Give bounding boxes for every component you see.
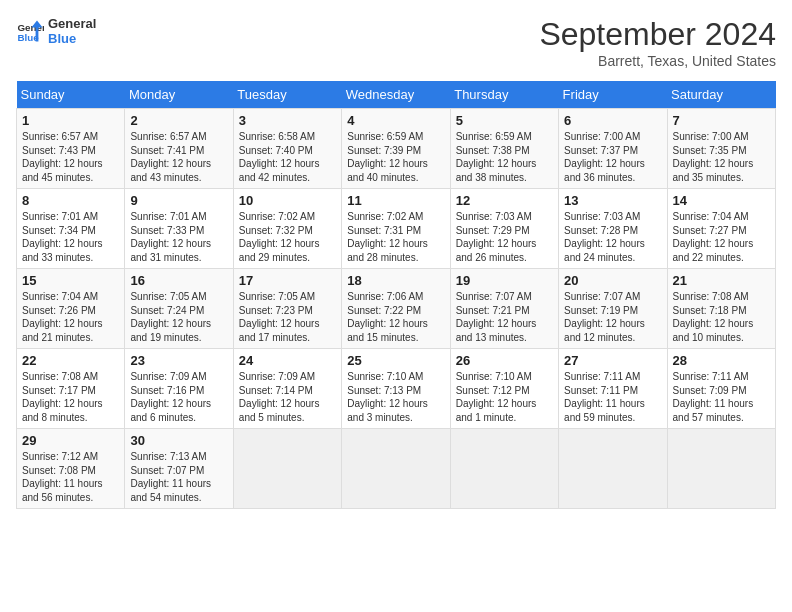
day-info: Sunrise: 7:02 AM Sunset: 7:32 PM Dayligh… [239,210,336,264]
day-info: Sunrise: 7:12 AM Sunset: 7:08 PM Dayligh… [22,450,119,504]
col-thursday: Thursday [450,81,558,109]
calendar-header-row: Sunday Monday Tuesday Wednesday Thursday… [17,81,776,109]
day-info: Sunrise: 7:10 AM Sunset: 7:13 PM Dayligh… [347,370,444,424]
day-number: 16 [130,273,227,288]
calendar-cell: 9 Sunrise: 7:01 AM Sunset: 7:33 PM Dayli… [125,189,233,269]
calendar-week-row: 15 Sunrise: 7:04 AM Sunset: 7:26 PM Dayl… [17,269,776,349]
day-info: Sunrise: 7:06 AM Sunset: 7:22 PM Dayligh… [347,290,444,344]
day-number: 23 [130,353,227,368]
day-info: Sunrise: 7:09 AM Sunset: 7:16 PM Dayligh… [130,370,227,424]
col-sunday: Sunday [17,81,125,109]
calendar-cell [233,429,341,509]
calendar-cell: 27 Sunrise: 7:11 AM Sunset: 7:11 PM Dayl… [559,349,667,429]
calendar-cell: 8 Sunrise: 7:01 AM Sunset: 7:34 PM Dayli… [17,189,125,269]
day-number: 11 [347,193,444,208]
day-number: 14 [673,193,770,208]
day-number: 27 [564,353,661,368]
day-info: Sunrise: 7:13 AM Sunset: 7:07 PM Dayligh… [130,450,227,504]
calendar-week-row: 22 Sunrise: 7:08 AM Sunset: 7:17 PM Dayl… [17,349,776,429]
calendar-cell: 14 Sunrise: 7:04 AM Sunset: 7:27 PM Dayl… [667,189,775,269]
day-info: Sunrise: 7:11 AM Sunset: 7:11 PM Dayligh… [564,370,661,424]
calendar-cell [342,429,450,509]
day-info: Sunrise: 7:07 AM Sunset: 7:21 PM Dayligh… [456,290,553,344]
calendar-cell: 11 Sunrise: 7:02 AM Sunset: 7:31 PM Dayl… [342,189,450,269]
calendar-cell: 23 Sunrise: 7:09 AM Sunset: 7:16 PM Dayl… [125,349,233,429]
calendar-cell: 2 Sunrise: 6:57 AM Sunset: 7:41 PM Dayli… [125,109,233,189]
day-info: Sunrise: 7:02 AM Sunset: 7:31 PM Dayligh… [347,210,444,264]
logo: General Blue General Blue [16,16,96,46]
day-info: Sunrise: 7:01 AM Sunset: 7:33 PM Dayligh… [130,210,227,264]
day-info: Sunrise: 6:57 AM Sunset: 7:43 PM Dayligh… [22,130,119,184]
day-number: 24 [239,353,336,368]
day-number: 28 [673,353,770,368]
calendar-cell: 13 Sunrise: 7:03 AM Sunset: 7:28 PM Dayl… [559,189,667,269]
calendar-cell: 30 Sunrise: 7:13 AM Sunset: 7:07 PM Dayl… [125,429,233,509]
day-info: Sunrise: 7:11 AM Sunset: 7:09 PM Dayligh… [673,370,770,424]
day-info: Sunrise: 7:10 AM Sunset: 7:12 PM Dayligh… [456,370,553,424]
title-area: September 2024 Barrett, Texas, United St… [539,16,776,69]
logo-blue: Blue [48,31,96,46]
calendar-cell: 17 Sunrise: 7:05 AM Sunset: 7:23 PM Dayl… [233,269,341,349]
day-info: Sunrise: 7:01 AM Sunset: 7:34 PM Dayligh… [22,210,119,264]
day-info: Sunrise: 6:59 AM Sunset: 7:38 PM Dayligh… [456,130,553,184]
calendar-cell: 29 Sunrise: 7:12 AM Sunset: 7:08 PM Dayl… [17,429,125,509]
day-number: 6 [564,113,661,128]
col-saturday: Saturday [667,81,775,109]
calendar-cell: 28 Sunrise: 7:11 AM Sunset: 7:09 PM Dayl… [667,349,775,429]
calendar-week-row: 29 Sunrise: 7:12 AM Sunset: 7:08 PM Dayl… [17,429,776,509]
day-number: 12 [456,193,553,208]
location: Barrett, Texas, United States [539,53,776,69]
day-info: Sunrise: 7:04 AM Sunset: 7:26 PM Dayligh… [22,290,119,344]
day-info: Sunrise: 7:05 AM Sunset: 7:24 PM Dayligh… [130,290,227,344]
day-info: Sunrise: 7:09 AM Sunset: 7:14 PM Dayligh… [239,370,336,424]
calendar-cell: 7 Sunrise: 7:00 AM Sunset: 7:35 PM Dayli… [667,109,775,189]
calendar-cell: 21 Sunrise: 7:08 AM Sunset: 7:18 PM Dayl… [667,269,775,349]
logo-general: General [48,16,96,31]
day-number: 1 [22,113,119,128]
calendar-cell: 5 Sunrise: 6:59 AM Sunset: 7:38 PM Dayli… [450,109,558,189]
day-info: Sunrise: 6:57 AM Sunset: 7:41 PM Dayligh… [130,130,227,184]
day-number: 18 [347,273,444,288]
month-title: September 2024 [539,16,776,53]
day-number: 21 [673,273,770,288]
calendar-week-row: 8 Sunrise: 7:01 AM Sunset: 7:34 PM Dayli… [17,189,776,269]
day-info: Sunrise: 6:59 AM Sunset: 7:39 PM Dayligh… [347,130,444,184]
calendar-cell [667,429,775,509]
calendar-cell: 6 Sunrise: 7:00 AM Sunset: 7:37 PM Dayli… [559,109,667,189]
calendar-cell: 1 Sunrise: 6:57 AM Sunset: 7:43 PM Dayli… [17,109,125,189]
col-monday: Monday [125,81,233,109]
col-wednesday: Wednesday [342,81,450,109]
day-number: 8 [22,193,119,208]
day-info: Sunrise: 7:03 AM Sunset: 7:28 PM Dayligh… [564,210,661,264]
day-number: 10 [239,193,336,208]
day-number: 30 [130,433,227,448]
calendar-cell: 25 Sunrise: 7:10 AM Sunset: 7:13 PM Dayl… [342,349,450,429]
calendar-cell: 12 Sunrise: 7:03 AM Sunset: 7:29 PM Dayl… [450,189,558,269]
day-info: Sunrise: 7:03 AM Sunset: 7:29 PM Dayligh… [456,210,553,264]
day-info: Sunrise: 7:05 AM Sunset: 7:23 PM Dayligh… [239,290,336,344]
day-number: 26 [456,353,553,368]
day-number: 17 [239,273,336,288]
day-number: 9 [130,193,227,208]
day-number: 20 [564,273,661,288]
calendar-cell: 3 Sunrise: 6:58 AM Sunset: 7:40 PM Dayli… [233,109,341,189]
calendar-cell: 22 Sunrise: 7:08 AM Sunset: 7:17 PM Dayl… [17,349,125,429]
day-number: 29 [22,433,119,448]
day-number: 19 [456,273,553,288]
day-number: 5 [456,113,553,128]
calendar-cell: 15 Sunrise: 7:04 AM Sunset: 7:26 PM Dayl… [17,269,125,349]
day-info: Sunrise: 6:58 AM Sunset: 7:40 PM Dayligh… [239,130,336,184]
calendar-table: Sunday Monday Tuesday Wednesday Thursday… [16,81,776,509]
day-info: Sunrise: 7:08 AM Sunset: 7:18 PM Dayligh… [673,290,770,344]
calendar-cell: 16 Sunrise: 7:05 AM Sunset: 7:24 PM Dayl… [125,269,233,349]
calendar-cell: 4 Sunrise: 6:59 AM Sunset: 7:39 PM Dayli… [342,109,450,189]
page-header: General Blue General Blue September 2024… [16,16,776,69]
day-info: Sunrise: 7:00 AM Sunset: 7:37 PM Dayligh… [564,130,661,184]
calendar-week-row: 1 Sunrise: 6:57 AM Sunset: 7:43 PM Dayli… [17,109,776,189]
day-info: Sunrise: 7:00 AM Sunset: 7:35 PM Dayligh… [673,130,770,184]
calendar-cell [559,429,667,509]
day-number: 25 [347,353,444,368]
day-number: 4 [347,113,444,128]
calendar-cell: 20 Sunrise: 7:07 AM Sunset: 7:19 PM Dayl… [559,269,667,349]
col-friday: Friday [559,81,667,109]
